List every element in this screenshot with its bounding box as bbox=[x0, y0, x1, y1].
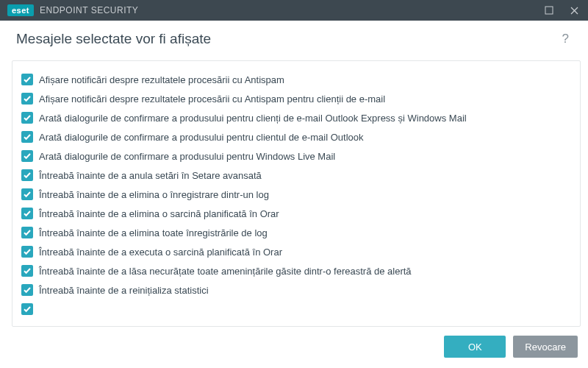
list-item: Întreabă înainte de a anula setări în Se… bbox=[20, 166, 576, 185]
help-icon: ? bbox=[562, 32, 569, 46]
svg-rect-0 bbox=[545, 7, 553, 14]
help-button[interactable]: ? bbox=[559, 32, 572, 46]
app-title: ENDPOINT SECURITY bbox=[40, 5, 537, 15]
checkbox-label[interactable]: Întreabă înainte de a elimina o înregist… bbox=[39, 189, 269, 200]
message-list[interactable]: Afișare notificări despre rezultatele pr… bbox=[12, 61, 580, 326]
list-item: Arată dialogurile de confirmare a produs… bbox=[20, 108, 576, 127]
minimize-icon bbox=[545, 6, 553, 15]
list-item: Întreabă înainte de a elimina o înregist… bbox=[20, 185, 576, 204]
checkbox-label[interactable]: Arată dialogurile de confirmare a produs… bbox=[39, 151, 335, 162]
dialog-footer: OK Revocare bbox=[0, 327, 588, 368]
checkbox-label[interactable]: Arată dialogurile de confirmare a produs… bbox=[39, 132, 364, 143]
list-item: Întreabă înainte de a elimina o sarcină … bbox=[20, 204, 576, 223]
checkbox[interactable] bbox=[21, 169, 33, 181]
cancel-button[interactable]: Revocare bbox=[513, 336, 578, 358]
checkbox-label[interactable]: Întreabă înainte de a anula setări în Se… bbox=[39, 170, 262, 181]
message-list-panel: Afișare notificări despre rezultatele pr… bbox=[12, 60, 581, 327]
checkbox-label[interactable]: Întreabă înainte de a executa o sarcină … bbox=[39, 247, 282, 258]
checkbox-label[interactable]: Întreabă înainte de a reinițializa stati… bbox=[39, 285, 209, 296]
page-header: Mesajele selectate vor fi afișate ? bbox=[0, 21, 588, 56]
minimize-button[interactable] bbox=[537, 0, 562, 21]
close-icon bbox=[570, 7, 578, 15]
checkbox[interactable] bbox=[21, 131, 33, 143]
checkbox[interactable] bbox=[21, 303, 33, 315]
checkbox[interactable] bbox=[21, 246, 33, 258]
checkbox-label[interactable]: Întreabă înainte de a lăsa necurățate to… bbox=[39, 266, 412, 277]
checkbox[interactable] bbox=[21, 284, 33, 296]
checkbox[interactable] bbox=[21, 74, 33, 85]
checkbox[interactable] bbox=[21, 93, 33, 105]
checkbox[interactable] bbox=[21, 188, 33, 200]
checkbox-label[interactable]: Arată dialogurile de confirmare a produs… bbox=[39, 113, 467, 124]
list-item bbox=[20, 300, 576, 319]
list-item: Întreabă înainte de a elimina toate înre… bbox=[20, 223, 576, 242]
checkbox[interactable] bbox=[21, 208, 33, 219]
close-button[interactable] bbox=[562, 0, 587, 21]
checkbox-label[interactable]: Afișare notificări despre rezultatele pr… bbox=[39, 74, 284, 85]
list-item: Întreabă înainte de a executa o sarcină … bbox=[20, 242, 576, 261]
list-item: Întreabă înainte de a lăsa necurățate to… bbox=[20, 261, 576, 280]
list-item: Arată dialogurile de confirmare a produs… bbox=[20, 127, 576, 146]
checkbox[interactable] bbox=[21, 112, 33, 124]
checkbox[interactable] bbox=[21, 150, 33, 162]
brand-badge: eset bbox=[7, 4, 34, 16]
title-bar: eset ENDPOINT SECURITY bbox=[0, 0, 588, 21]
list-item: Întreabă înainte de a reinițializa stati… bbox=[20, 280, 576, 300]
list-item: Arată dialogurile de confirmare a produs… bbox=[20, 146, 576, 166]
checkbox-label[interactable]: Întreabă înainte de a elimina o sarcină … bbox=[39, 208, 279, 219]
checkbox[interactable] bbox=[21, 265, 33, 277]
checkbox[interactable] bbox=[21, 227, 33, 238]
list-item: Afișare notificări despre rezultatele pr… bbox=[20, 89, 576, 108]
ok-button[interactable]: OK bbox=[444, 336, 506, 358]
page-title: Mesajele selectate vor fi afișate bbox=[16, 31, 559, 47]
checkbox-label[interactable]: Afișare notificări despre rezultatele pr… bbox=[39, 93, 385, 105]
window-controls bbox=[537, 0, 587, 21]
list-item: Afișare notificări despre rezultatele pr… bbox=[20, 70, 576, 89]
checkbox-label[interactable]: Întreabă înainte de a elimina toate înre… bbox=[39, 227, 268, 238]
